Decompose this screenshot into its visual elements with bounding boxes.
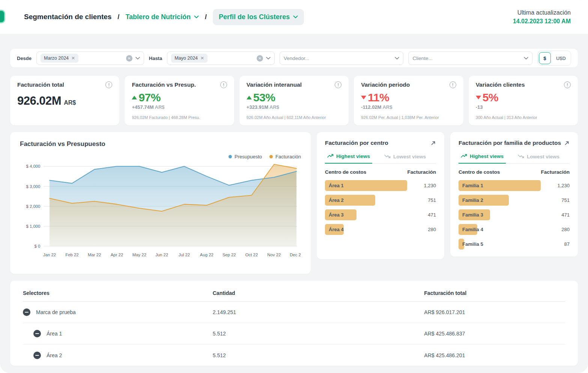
collapse-icon[interactable] — [33, 330, 41, 337]
collapse-icon[interactable] — [23, 308, 30, 316]
clear-icon[interactable]: ✕ — [126, 55, 132, 62]
trend-arrow-icon — [247, 96, 252, 99]
cliente-select[interactable]: Cliente... — [408, 51, 532, 65]
bar-row[interactable]: Familia 5 87 — [459, 237, 570, 251]
tab-highest-views[interactable]: Highest views — [325, 153, 372, 164]
chart-legend: Presupuesto Facturación — [20, 154, 301, 159]
svg-text:Apr 22: Apr 22 — [111, 253, 123, 257]
tag-remove-icon[interactable]: ✕ — [71, 56, 75, 60]
col-selectores: Selectores — [23, 290, 213, 296]
chart-facturacion-vs-presupuesto: Facturación vs Presupuesto Presupuesto F… — [10, 132, 311, 274]
bar-row[interactable]: Familia 4 280 — [459, 222, 570, 237]
kpi-facturacion-total: Facturación total 926.02M AR$ — [10, 76, 119, 125]
info-icon[interactable] — [335, 81, 341, 88]
chevron-down-icon — [293, 15, 298, 19]
breadcrumb-separator: / — [117, 13, 119, 21]
hasta-combobox[interactable]: Mayo 2024 ✕ ✕ — [167, 51, 275, 65]
bar-value: 751 — [561, 197, 570, 203]
legend-dot-icon — [229, 155, 232, 158]
breadcrumb-perfil-dropdown[interactable]: Perfil de los Clústeres — [213, 9, 304, 25]
table-row[interactable]: Marca de prueba 2.149.251 AR$ 926.017.20… — [23, 302, 565, 323]
tab-lowest-views[interactable]: Lowest views — [382, 153, 428, 163]
bar-label: Familia 3 — [459, 212, 483, 218]
bar-label: Área 2 — [325, 197, 344, 203]
breadcrumb-tablero-dropdown[interactable]: Tablero de Nutrición — [125, 13, 199, 21]
row-label: Marca de prueba — [36, 309, 76, 315]
trend-arrow-icon — [476, 96, 481, 99]
desde-combobox[interactable]: Marzo 2024 ✕ ✕ — [36, 51, 144, 65]
bar-label: Familia 5 — [459, 241, 483, 247]
breadcrumb-tablero-label: Tablero de Nutrición — [125, 13, 191, 21]
kpi-percent: 5% — [483, 91, 498, 104]
row-total: AR$ 425.486.837 — [424, 331, 565, 337]
kpi-row: Facturación total 926.02M AR$ Facturació… — [10, 76, 578, 125]
clear-icon[interactable]: ✕ — [257, 55, 263, 62]
bar-row[interactable]: Área 3 471 — [325, 208, 436, 222]
bar-row[interactable]: Área 4 280 — [325, 222, 436, 237]
app-logo — [0, 10, 5, 23]
bar-value: 471 — [428, 212, 436, 218]
row-cantidad: 5.512 — [213, 331, 424, 337]
kpi-variacion-clientes: Variación clientes 5% -13 300 Año Actual… — [469, 76, 578, 125]
bar-row[interactable]: Área 2 751 — [325, 193, 436, 208]
main-content: Desde Marzo 2024 ✕ ✕ Hasta Mayo 2024 ✕ — [0, 49, 588, 366]
kpi-delta: +457.74MAR$ — [132, 104, 227, 110]
kpi-title: Variación periodo — [361, 81, 410, 88]
area-chart: $ 0$ 1,000$ 2,000$ 3,000$ 4,000Jan 22Feb… — [20, 161, 301, 262]
info-icon[interactable] — [450, 81, 456, 88]
bar-value: 471 — [561, 212, 570, 218]
panel-facturacion-por-familia: Facturación por familia de productos Hig… — [450, 132, 578, 257]
row-cantidad: 5.512 — [213, 352, 424, 358]
bar-row[interactable]: Familia 1 1,230 — [459, 178, 570, 193]
tab-highest-views[interactable]: Highest views — [459, 153, 506, 164]
trend-arrow-icon — [132, 96, 137, 99]
table-row[interactable]: Área 1 5.512 AR$ 425.486.837 — [23, 323, 565, 344]
bar-row[interactable]: Familia 3 471 — [459, 208, 570, 222]
chevron-down-icon[interactable] — [266, 57, 271, 60]
info-icon[interactable] — [220, 81, 227, 88]
panel-facturacion-por-centro: Facturación por centro Highest views — [317, 132, 444, 259]
bar-value: 1,230 — [424, 183, 436, 188]
row-cantidad: 2.149.251 — [213, 309, 424, 315]
open-external-icon[interactable] — [564, 140, 570, 146]
chart-title: Facturación vs Presupuesto — [20, 140, 105, 148]
bar-value: 87 — [564, 241, 570, 247]
legend-dot-icon — [269, 155, 273, 158]
panel-title: Facturación por centro — [325, 140, 388, 146]
row-label: Área 2 — [47, 352, 62, 358]
info-icon[interactable] — [105, 81, 112, 88]
bar-row[interactable]: Familia 2 751 — [459, 193, 570, 208]
svg-text:Dec 22: Dec 22 — [290, 253, 301, 257]
kpi-footnote: 926.02M Per. Actual | 1,038M Per. Anteri… — [361, 115, 456, 120]
chevron-down-icon[interactable] — [395, 57, 399, 60]
dashboard-page: Segmentación de clientes / Tablero de Nu… — [0, 0, 588, 373]
currency-peso-button[interactable]: $ — [539, 52, 551, 64]
bar-label: Familia 2 — [459, 197, 483, 203]
table-row[interactable]: Área 2 5.512 AR$ 425.486.201 — [23, 344, 565, 366]
kpi-footnote: 300 Año Actual | 313 Año Anterior — [476, 115, 571, 120]
vendedor-select[interactable]: Vendedor... — [280, 51, 404, 65]
bar-row[interactable]: Área 1 1,230 — [325, 178, 436, 193]
info-icon[interactable] — [564, 81, 571, 88]
breadcrumb-separator: / — [205, 13, 207, 21]
bar-label: Familia 4 — [459, 227, 483, 232]
kpi-percent: 11% — [368, 91, 389, 104]
chevron-down-icon[interactable] — [524, 57, 528, 60]
kpi-percent: 97% — [138, 91, 161, 104]
kpi-footnote: 926.02M Facturado | 468.28M Presu. — [132, 115, 227, 120]
kpi-variacion-periodo: Variación periodo 11% -112.02MAR$ 926.02… — [354, 76, 463, 125]
last-update: Ultima actualización 14.02.2023 12:00 AM — [513, 9, 571, 25]
currency-usd-button[interactable]: U$D — [552, 56, 570, 61]
open-external-icon[interactable] — [430, 140, 436, 146]
tab-lowest-views[interactable]: Lowest views — [516, 153, 562, 163]
kpi-delta: -112.02MAR$ — [361, 104, 456, 110]
row-total: AR$ 926.017.201 — [424, 309, 565, 315]
collapse-icon[interactable] — [33, 352, 41, 359]
chevron-down-icon[interactable] — [135, 57, 140, 60]
kpi-delta: +323.91MAR$ — [247, 104, 341, 110]
tag-remove-icon[interactable]: ✕ — [200, 56, 204, 60]
bar-label: Área 3 — [325, 212, 344, 218]
svg-text:Feb 22: Feb 22 — [65, 253, 78, 257]
trending-up-icon — [327, 153, 334, 159]
selectores-table: Selectores Cantidad Facturación total Ma… — [10, 281, 578, 366]
